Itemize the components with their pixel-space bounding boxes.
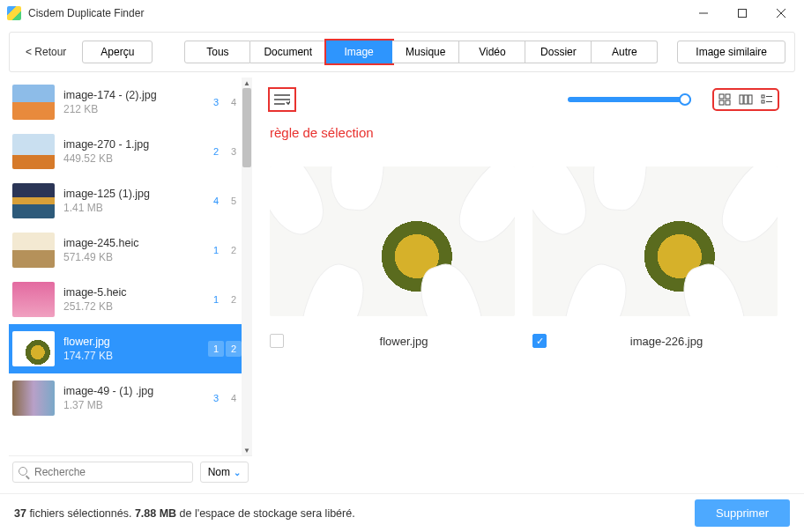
list-item[interactable]: image-5.heic 251.72 KB 12 <box>9 275 252 324</box>
thumbnail <box>12 331 55 366</box>
list-item[interactable]: image-270 - 1.jpg 449.52 KB 23 <box>9 127 252 176</box>
filter-tabs: Tous Document Image Musique Vidéo Dossie… <box>184 41 658 63</box>
tab-other[interactable]: Autre <box>592 41 658 63</box>
file-list[interactable]: image-174 - (2).jpg 212 KB 34 image-270 … <box>9 78 252 455</box>
list-item[interactable]: image-174 - (2).jpg 212 KB 34 <box>9 78 252 127</box>
svg-rect-7 <box>719 94 724 99</box>
count-badge: 3 <box>208 390 224 406</box>
back-button[interactable]: < Retour <box>19 42 73 62</box>
statusbar: 37 fichiers sélectionnés. 7.88 MB de l'e… <box>0 493 804 532</box>
toolbar: < Retour Aperçu Tous Document Image Musi… <box>9 32 795 72</box>
file-size: 174.77 KB <box>63 350 199 362</box>
tab-music[interactable]: Musique <box>392 41 459 63</box>
preview-image[interactable] <box>532 166 778 316</box>
titlebar: Cisdem Duplicate Finder <box>0 0 804 26</box>
similar-image-button[interactable]: Image similaire <box>677 41 785 63</box>
close-icon <box>777 9 785 18</box>
preview-button[interactable]: Aperçu <box>82 41 153 63</box>
sort-dropdown[interactable]: Nom ⌄ <box>200 462 249 483</box>
content-toolbar <box>270 86 778 113</box>
thumbnail <box>12 134 55 169</box>
file-name: flower.jpg <box>63 336 199 348</box>
scroll-down-icon[interactable]: ▼ <box>242 445 252 455</box>
count-badge: 3 <box>226 144 242 159</box>
thumbnail <box>12 282 55 317</box>
search-input[interactable] <box>34 466 187 478</box>
main: image-174 - (2).jpg 212 KB 34 image-270 … <box>9 78 795 488</box>
count-badge: 4 <box>226 390 242 406</box>
sort-label: Nom <box>208 466 230 478</box>
preview-checkbox[interactable]: ✓ <box>532 334 547 348</box>
count-badge: 1 <box>208 292 224 307</box>
svg-rect-9 <box>719 100 724 105</box>
search-icon <box>19 467 29 477</box>
count-badge: 1 <box>208 341 224 357</box>
preview-item: ✓ image-226.jpg <box>532 166 778 348</box>
status-selected-text: fichiers sélectionnés. <box>26 507 135 520</box>
file-size: 212 KB <box>63 103 199 115</box>
tab-folder[interactable]: Dossier <box>525 41 592 63</box>
svg-rect-8 <box>726 94 730 99</box>
thumbnail <box>12 85 55 120</box>
file-size: 1.41 MB <box>63 202 199 214</box>
view-columns-button[interactable] <box>735 90 756 109</box>
count-badge: 5 <box>226 193 242 209</box>
tab-image[interactable]: Image <box>326 41 392 63</box>
file-name: image-270 - 1.jpg <box>63 138 199 151</box>
search-box[interactable] <box>12 462 193 483</box>
grid-icon <box>718 93 731 106</box>
list-item[interactable]: flower.jpg 174.77 KB 12 <box>9 324 252 373</box>
file-name: image-49 - (1) .jpg <box>63 385 199 397</box>
app-icon <box>7 6 21 20</box>
file-name: image-174 - (2).jpg <box>63 89 199 101</box>
preview-grid: flower.jpg ✓ image-226.jpg <box>270 166 778 348</box>
maximize-button[interactable] <box>732 3 753 24</box>
view-list-button[interactable] <box>756 90 778 109</box>
list-item[interactable]: image-49 - (1) .jpg 1.37 MB 34 <box>9 373 252 423</box>
chevron-down-icon: ⌄ <box>234 468 241 477</box>
count-badge: 2 <box>208 144 224 159</box>
svg-rect-1 <box>739 10 747 18</box>
minimize-icon <box>699 9 708 18</box>
slider-thumb[interactable] <box>679 93 691 106</box>
file-size: 1.37 MB <box>63 399 199 411</box>
filter-icon <box>274 93 290 106</box>
preview-image[interactable] <box>270 166 515 316</box>
count-badge: 2 <box>226 242 242 258</box>
delete-button[interactable]: Supprimer <box>695 499 790 527</box>
list-item[interactable]: image-125 (1).jpg 1.41 MB 45 <box>9 176 252 225</box>
sidebar: image-174 - (2).jpg 212 KB 34 image-270 … <box>9 78 252 488</box>
file-size: 251.72 KB <box>63 300 199 313</box>
preview-checkbox[interactable] <box>270 334 284 348</box>
file-size: 449.52 KB <box>63 152 199 165</box>
list-icon <box>761 93 773 106</box>
selection-rule-button[interactable] <box>270 89 294 110</box>
close-button[interactable] <box>770 3 792 24</box>
zoom-slider[interactable] <box>568 97 691 102</box>
content-pane: règle de sélection flower.jpg <box>252 78 795 488</box>
minimize-button[interactable] <box>693 3 714 24</box>
view-grid-button[interactable] <box>714 90 735 109</box>
list-item[interactable]: image-245.heic 571.49 KB 12 <box>9 225 252 275</box>
status-size: 7.88 MB <box>135 507 176 520</box>
svg-rect-14 <box>762 95 764 98</box>
tab-document[interactable]: Document <box>250 41 326 63</box>
svg-rect-10 <box>726 100 730 105</box>
selection-rule-label: règle de sélection <box>270 125 778 140</box>
tab-video[interactable]: Vidéo <box>459 41 525 63</box>
tab-all[interactable]: Tous <box>184 41 250 63</box>
svg-rect-13 <box>748 95 752 104</box>
status-count: 37 <box>14 507 26 520</box>
svg-rect-12 <box>744 95 748 104</box>
scroll-up-icon[interactable]: ▲ <box>242 78 252 88</box>
preview-item: flower.jpg <box>270 166 515 348</box>
scrollbar-thumb[interactable] <box>242 88 251 167</box>
file-name: image-125 (1).jpg <box>63 188 199 200</box>
search-row: Nom ⌄ <box>9 455 252 488</box>
preview-filename: image-226.jpg <box>555 335 778 348</box>
scrollbar[interactable]: ▲ ▼ <box>242 78 252 455</box>
count-badge: 4 <box>226 94 242 110</box>
count-badge: 2 <box>226 292 242 307</box>
thumbnail <box>12 233 55 268</box>
preview-filename: flower.jpg <box>293 335 515 348</box>
